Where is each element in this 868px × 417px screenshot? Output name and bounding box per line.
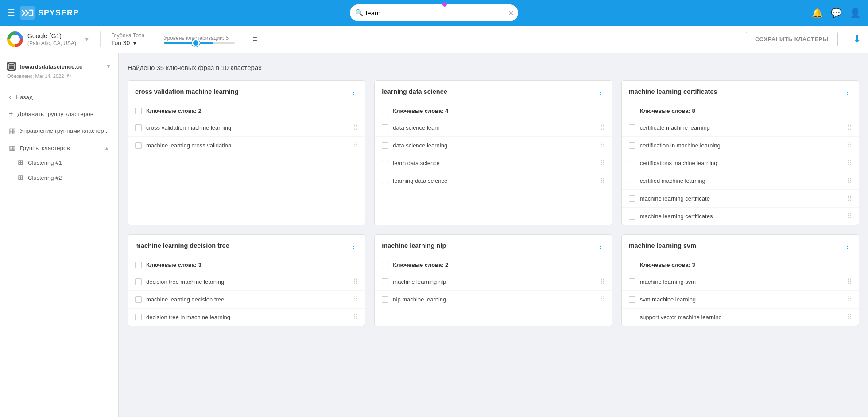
sidebar-section-groups[interactable]: ▦ Группы кластеров ▲	[0, 139, 118, 155]
filter-icon[interactable]: ≡	[252, 35, 257, 44]
cluster-card-1: learning data science⋮Ключевые слова: 4d…	[374, 80, 612, 225]
keyword-checkbox-3-1[interactable]	[135, 296, 142, 303]
select-all-checkbox-5[interactable]	[629, 262, 636, 268]
keyword-checkbox-2-2[interactable]	[629, 160, 636, 166]
keyword-text-0-0: cross validation machine learning	[146, 124, 349, 131]
cluster-menu-3[interactable]: ⋮	[349, 241, 358, 251]
card-body-4: machine learning nlp⠿nlp machine learnin…	[375, 273, 612, 308]
keyword-checkbox-4-1[interactable]	[382, 296, 388, 303]
keyword-checkbox-2-1[interactable]	[629, 142, 636, 149]
keyword-text-5-1: svm machine learning	[640, 296, 842, 303]
keyword-drag-handle-2-4[interactable]: ⠿	[847, 194, 852, 203]
keyword-checkbox-1-0[interactable]	[382, 124, 388, 131]
bell-icon[interactable]: 🔔	[812, 8, 823, 18]
keyword-drag-handle-3-1[interactable]: ⠿	[353, 295, 358, 304]
keyword-checkbox-4-0[interactable]	[382, 278, 388, 285]
keyword-text-1-1: data science learning	[393, 142, 595, 149]
keyword-drag-handle-2-3[interactable]: ⠿	[847, 177, 852, 185]
keyword-checkbox-2-3[interactable]	[629, 178, 636, 184]
keyword-row-5-1: svm machine learning⠿	[622, 291, 859, 309]
keyword-drag-handle-5-1[interactable]: ⠿	[847, 295, 852, 304]
keyword-drag-handle-3-0[interactable]: ⠿	[353, 278, 358, 286]
keyword-checkbox-2-0[interactable]	[629, 124, 636, 131]
search-clear-icon[interactable]: ✕	[508, 9, 514, 17]
keyword-drag-handle-1-2[interactable]: ⠿	[600, 159, 605, 167]
select-all-checkbox-4[interactable]	[382, 262, 388, 268]
google-chevron-icon[interactable]: ▼	[84, 36, 89, 42]
cluster-menu-0[interactable]: ⋮	[349, 87, 358, 97]
keyword-drag-handle-1-0[interactable]: ⠿	[600, 124, 605, 132]
sidebar-item-back[interactable]: ‹ Назад	[0, 89, 118, 105]
keyword-checkbox-5-2[interactable]	[629, 314, 636, 320]
google-label-wrap: Google (G1) (Palo Alto, CA, USA)	[27, 32, 76, 46]
cluster-card-4: machine learning nlp⋮Ключевые слова: 2ma…	[374, 234, 612, 326]
sidebar-item-clustering-2[interactable]: ⊞ Clustering #2	[0, 170, 118, 185]
keyword-drag-handle-3-2[interactable]: ⠿	[353, 313, 358, 321]
keyword-text-2-2: certifications machine learning	[640, 160, 842, 166]
logo-icon	[20, 6, 35, 20]
refresh-icon[interactable]: ↻	[66, 73, 71, 79]
keyword-checkbox-1-2[interactable]	[382, 160, 388, 166]
keyword-checkbox-1-1[interactable]	[382, 142, 388, 149]
sidebar-item-clustering-1[interactable]: ⊞ Clustering #1	[0, 155, 118, 170]
keyword-checkbox-2-5[interactable]	[629, 213, 636, 220]
cluster-menu-2[interactable]: ⋮	[843, 87, 852, 97]
keyword-drag-handle-1-1[interactable]: ⠿	[600, 141, 605, 150]
keyword-drag-handle-4-1[interactable]: ⠿	[600, 295, 605, 304]
clusters-grid: cross validation machine learning⋮Ключев…	[128, 80, 859, 326]
select-all-checkbox-1[interactable]	[382, 108, 388, 114]
google-engine-selector[interactable]: Google (G1) (Palo Alto, CA, USA) ▼	[7, 31, 89, 47]
keyword-checkbox-1-3[interactable]	[382, 178, 388, 184]
back-label: Назад	[16, 94, 33, 100]
keyword-row-3-2: decision tree in machine learning⠿	[128, 309, 365, 326]
cluster-level-slider[interactable]	[164, 42, 235, 44]
keyword-row-2-5: machine learning certificates⠿	[622, 208, 859, 225]
select-all-checkbox-3[interactable]	[135, 262, 142, 268]
search-dot	[442, 2, 447, 7]
sidebar-item-add-group[interactable]: + Добавить группу кластеров	[0, 105, 118, 122]
select-all-checkbox-0[interactable]	[135, 108, 142, 114]
keyword-checkbox-5-0[interactable]	[629, 278, 636, 285]
keyword-drag-handle-0-0[interactable]: ⠿	[353, 124, 358, 132]
keyword-checkbox-5-1[interactable]	[629, 296, 636, 303]
menu-icon[interactable]: ☰	[7, 8, 15, 18]
keyword-row-5-0: machine learning svm⠿	[622, 273, 859, 291]
top-navigation: ☰ SPYSERP 🔍 ✕ 🔔 💬 👤	[0, 0, 868, 26]
keyword-drag-handle-2-1[interactable]: ⠿	[847, 141, 852, 150]
keywords-count-4: Ключевые слова: 2	[393, 262, 448, 268]
user-icon[interactable]: 👤	[850, 8, 861, 18]
keywords-header-4: Ключевые слова: 2	[375, 257, 612, 273]
cluster-menu-1[interactable]: ⋮	[597, 87, 605, 97]
cluster-header-4: machine learning nlp⋮	[375, 235, 612, 257]
keyword-drag-handle-4-0[interactable]: ⠿	[600, 278, 605, 286]
depth-select[interactable]: Топ 30 ▼	[111, 39, 144, 46]
message-icon[interactable]: 💬	[831, 8, 842, 18]
cluster-menu-5[interactable]: ⋮	[843, 241, 852, 251]
keyword-drag-handle-2-0[interactable]: ⠿	[847, 124, 852, 132]
keyword-drag-handle-2-2[interactable]: ⠿	[847, 159, 852, 167]
sidebar-item-manage-groups[interactable]: ▦ Управление группами кластер...	[0, 122, 118, 139]
keyword-checkbox-3-0[interactable]	[135, 278, 142, 285]
save-clusters-button[interactable]: СОХРАНИТЬ КЛАСТЕРЫ	[746, 32, 838, 46]
cluster-menu-4[interactable]: ⋮	[597, 241, 605, 251]
keyword-row-1-0: data science learn⠿	[375, 119, 612, 137]
keyword-drag-handle-5-2[interactable]: ⠿	[847, 313, 852, 321]
depth-chevron-icon: ▼	[132, 39, 138, 46]
search-input[interactable]	[350, 4, 518, 21]
keyword-drag-handle-0-1[interactable]: ⠿	[353, 141, 358, 150]
keyword-checkbox-0-1[interactable]	[135, 142, 142, 149]
cluster-header-2: machine learning certificates⋮	[622, 81, 859, 103]
keyword-drag-handle-2-5[interactable]: ⠿	[847, 212, 852, 220]
slider-wrap	[164, 42, 235, 44]
keyword-checkbox-2-4[interactable]	[629, 195, 636, 202]
keyword-checkbox-3-2[interactable]	[135, 314, 142, 320]
download-icon[interactable]: ⬇	[853, 34, 861, 45]
sidebar-nav: ‹ Назад + Добавить группу кластеров ▦ Уп…	[0, 85, 118, 189]
select-all-checkbox-2[interactable]	[629, 108, 636, 114]
keyword-drag-handle-1-3[interactable]: ⠿	[600, 177, 605, 185]
card-body-2: certificate machine learning⠿certificati…	[622, 119, 859, 225]
keyword-checkbox-0-0[interactable]	[135, 124, 142, 131]
keyword-drag-handle-5-0[interactable]: ⠿	[847, 278, 852, 286]
card-body-0: cross validation machine learning⠿machin…	[128, 119, 365, 154]
site-chevron-icon[interactable]: ▼	[106, 63, 111, 70]
